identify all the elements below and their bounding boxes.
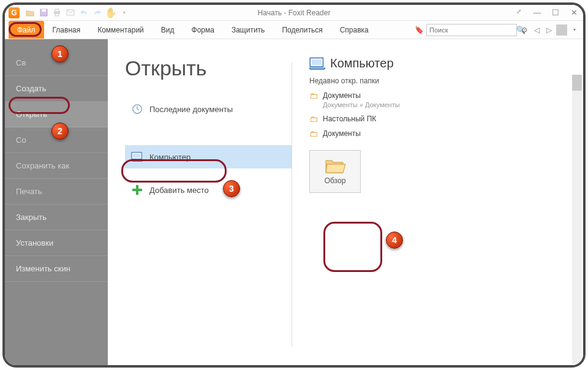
svg-rect-4 [55,13,59,16]
tab-home[interactable]: Главная [44,21,89,39]
minimize-icon[interactable]: — [532,8,543,17]
clock-icon [131,103,143,115]
menu-item-print[interactable]: Печать [5,179,108,205]
browse-button[interactable]: Обзор [309,150,361,193]
search-box[interactable]: 🔍 [426,24,517,36]
quick-access-toolbar: G ✋ ▾ Начать - Foxit Reader ⤢ — ☐ ✕ [5,5,583,21]
svg-rect-1 [42,9,46,12]
menu-item-create[interactable]: Создать [5,76,108,102]
open-icon[interactable] [24,7,36,18]
annotation-badge-4: 4 [386,232,403,249]
search-input[interactable] [427,26,516,34]
folder-icon: 🗀 [309,129,318,138]
gear-icon[interactable]: ⚙ [519,25,529,35]
menu-item-settings[interactable]: Установки [5,230,108,256]
open-recent[interactable]: Последние документы [125,97,292,121]
folder-name: Документы [323,91,400,100]
annotation-badge-3: 3 [223,180,240,197]
redo-icon[interactable] [92,7,103,18]
print-icon[interactable] [51,7,62,18]
annotation-badge-2: 2 [51,123,69,140]
nav-back-icon[interactable]: ◁ [532,25,541,35]
file-menu-sidebar: Св Создать Открыть Со Сохранить как Печа… [5,39,108,365]
computer-detail-column: Компьютер Недавно откр. папки 🗀 Документ… [292,39,583,365]
undo-icon[interactable] [78,7,89,18]
recent-folder-row[interactable]: 🗀 Документы Документы » Документы [309,91,583,108]
menu-item-close[interactable]: Закрыть [5,205,108,230]
user-dropdown-icon[interactable]: ▾ [570,25,579,35]
folder-icon: 🗀 [309,91,318,100]
computer-icon [309,57,325,70]
recent-folder-row[interactable]: 🗀 Настольный ПК [309,115,583,123]
open-add-place-label: Добавить место [149,186,209,195]
plus-icon [131,184,143,196]
svg-rect-10 [312,59,322,64]
folder-open-icon [325,158,345,174]
open-heading: Открыть [125,56,292,80]
recent-folders-label: Недавно откр. папки [309,77,583,85]
tab-file[interactable]: Файл [9,21,44,39]
folder-icon: 🗀 [309,115,318,123]
open-computer-label: Компьютер [149,153,190,162]
tab-form[interactable]: Форма [183,21,223,39]
bookmark-icon[interactable]: 🔖 [414,25,424,35]
menu-item-skin[interactable]: Изменить скин [5,256,108,282]
ribbon-tabs: Файл Главная Комментарий Вид Форма Защит… [5,21,583,39]
menu-item-saveas[interactable]: Сохранить как [5,153,108,179]
tab-help[interactable]: Справка [331,21,377,39]
ribbon-toggle-icon[interactable]: ⤢ [513,8,524,17]
tab-comment[interactable]: Комментарий [89,21,153,39]
folder-path: Документы » Документы [323,101,400,108]
annotation-badge-1: 1 [51,45,69,62]
browse-label: Обзор [325,176,346,185]
save-icon[interactable] [38,7,49,18]
open-add-place[interactable]: Добавить место [125,178,292,202]
user-icon[interactable] [556,25,567,36]
computer-icon [131,151,143,163]
open-computer[interactable]: Компьютер [125,145,292,168]
open-sources-column: Открыть Последние документы Компьютер [108,39,292,365]
recent-folder-row[interactable]: 🗀 Документы [309,129,583,138]
hand-tool-icon[interactable]: ✋ [105,7,116,18]
nav-fwd-icon[interactable]: ▷ [544,25,554,35]
vertical-scrollbar[interactable] [572,75,582,364]
computer-heading: Компьютер [330,56,394,70]
close-icon[interactable]: ✕ [568,8,579,17]
email-icon[interactable] [65,7,76,18]
tab-share[interactable]: Поделиться [273,21,331,39]
scrollbar-thumb[interactable] [572,75,582,91]
svg-rect-8 [133,154,141,158]
tab-protect[interactable]: Защитить [223,21,273,39]
qat-dropdown-icon[interactable]: ▾ [119,7,130,18]
svg-rect-3 [55,9,59,12]
folder-name: Настольный ПК [323,115,376,123]
tab-view[interactable]: Вид [153,21,183,39]
folder-name: Документы [323,129,361,138]
maximize-icon[interactable]: ☐ [550,8,561,17]
open-recent-label: Последние документы [149,105,233,114]
app-logo-icon: G [9,7,20,18]
